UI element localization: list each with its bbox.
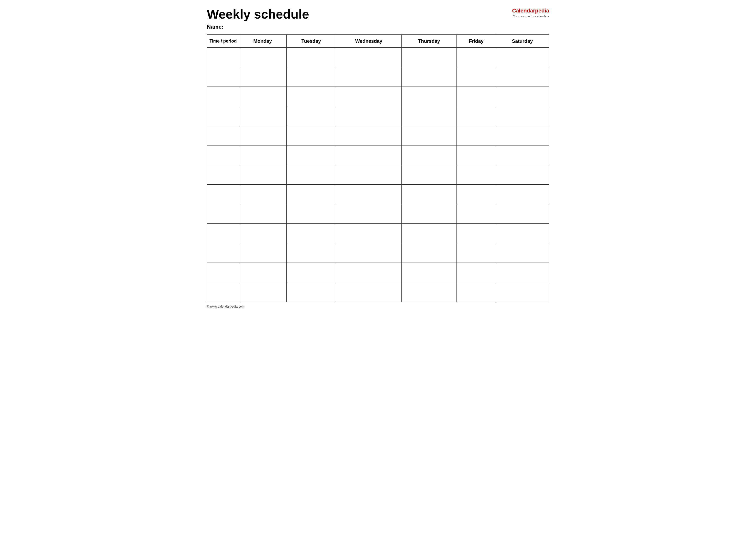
time-cell[interactable]: [207, 146, 239, 165]
time-cell[interactable]: [207, 48, 239, 67]
schedule-cell[interactable]: [496, 67, 549, 87]
schedule-cell[interactable]: [336, 165, 401, 184]
schedule-cell[interactable]: [286, 224, 336, 243]
schedule-cell[interactable]: [239, 126, 286, 146]
table-row: [207, 165, 549, 184]
schedule-cell[interactable]: [456, 67, 496, 87]
schedule-cell[interactable]: [401, 106, 456, 126]
table-row: [207, 204, 549, 224]
schedule-cell[interactable]: [239, 263, 286, 282]
schedule-cell[interactable]: [336, 146, 401, 165]
schedule-cell[interactable]: [286, 87, 336, 106]
table-row: [207, 184, 549, 204]
schedule-cell[interactable]: [286, 106, 336, 126]
schedule-cell[interactable]: [286, 243, 336, 263]
schedule-cell[interactable]: [239, 106, 286, 126]
schedule-cell[interactable]: [239, 146, 286, 165]
schedule-cell[interactable]: [496, 243, 549, 263]
schedule-cell[interactable]: [336, 243, 401, 263]
schedule-cell[interactable]: [401, 282, 456, 302]
schedule-cell[interactable]: [401, 146, 456, 165]
schedule-cell[interactable]: [401, 263, 456, 282]
schedule-cell[interactable]: [456, 146, 496, 165]
schedule-cell[interactable]: [401, 204, 456, 224]
time-cell[interactable]: [207, 282, 239, 302]
schedule-cell[interactable]: [336, 106, 401, 126]
schedule-cell[interactable]: [456, 165, 496, 184]
schedule-cell[interactable]: [401, 224, 456, 243]
schedule-cell[interactable]: [286, 67, 336, 87]
schedule-cell[interactable]: [286, 204, 336, 224]
schedule-cell[interactable]: [286, 184, 336, 204]
schedule-cell[interactable]: [401, 126, 456, 146]
schedule-cell[interactable]: [336, 87, 401, 106]
time-cell[interactable]: [207, 243, 239, 263]
schedule-cell[interactable]: [456, 224, 496, 243]
schedule-cell[interactable]: [239, 243, 286, 263]
schedule-cell[interactable]: [239, 282, 286, 302]
schedule-cell[interactable]: [286, 165, 336, 184]
time-cell[interactable]: [207, 87, 239, 106]
schedule-cell[interactable]: [239, 87, 286, 106]
schedule-cell[interactable]: [239, 204, 286, 224]
schedule-cell[interactable]: [496, 87, 549, 106]
table-row: [207, 282, 549, 302]
table-row: [207, 48, 549, 67]
schedule-cell[interactable]: [496, 146, 549, 165]
schedule-cell[interactable]: [336, 224, 401, 243]
schedule-cell[interactable]: [239, 165, 286, 184]
schedule-cell[interactable]: [496, 184, 549, 204]
schedule-cell[interactable]: [456, 106, 496, 126]
schedule-cell[interactable]: [239, 224, 286, 243]
time-cell[interactable]: [207, 126, 239, 146]
time-cell[interactable]: [207, 263, 239, 282]
schedule-cell[interactable]: [401, 165, 456, 184]
schedule-cell[interactable]: [456, 263, 496, 282]
schedule-cell[interactable]: [239, 67, 286, 87]
schedule-cell[interactable]: [401, 184, 456, 204]
schedule-cell[interactable]: [286, 146, 336, 165]
table-row: [207, 146, 549, 165]
time-cell[interactable]: [207, 106, 239, 126]
schedule-cell[interactable]: [456, 48, 496, 67]
schedule-cell[interactable]: [456, 87, 496, 106]
schedule-cell[interactable]: [401, 48, 456, 67]
schedule-cell[interactable]: [456, 204, 496, 224]
schedule-cell[interactable]: [336, 282, 401, 302]
schedule-cell[interactable]: [286, 282, 336, 302]
schedule-cell[interactable]: [456, 282, 496, 302]
schedule-cell[interactable]: [286, 263, 336, 282]
schedule-cell[interactable]: [496, 126, 549, 146]
schedule-cell[interactable]: [496, 263, 549, 282]
time-cell[interactable]: [207, 165, 239, 184]
schedule-cell[interactable]: [336, 263, 401, 282]
schedule-cell[interactable]: [496, 282, 549, 302]
schedule-cell[interactable]: [456, 184, 496, 204]
table-row: [207, 106, 549, 126]
header-row: Weekly schedule Calendarpedia Your sourc…: [207, 7, 549, 21]
schedule-cell[interactable]: [336, 204, 401, 224]
time-cell[interactable]: [207, 224, 239, 243]
schedule-cell[interactable]: [239, 48, 286, 67]
schedule-cell[interactable]: [401, 67, 456, 87]
schedule-cell[interactable]: [239, 184, 286, 204]
schedule-cell[interactable]: [456, 126, 496, 146]
schedule-cell[interactable]: [496, 204, 549, 224]
schedule-cell[interactable]: [401, 87, 456, 106]
schedule-cell[interactable]: [336, 67, 401, 87]
time-cell[interactable]: [207, 204, 239, 224]
schedule-cell[interactable]: [496, 224, 549, 243]
schedule-cell[interactable]: [401, 243, 456, 263]
schedule-cell[interactable]: [496, 106, 549, 126]
schedule-cell[interactable]: [286, 126, 336, 146]
schedule-cell[interactable]: [336, 126, 401, 146]
schedule-cell[interactable]: [456, 243, 496, 263]
schedule-cell[interactable]: [496, 48, 549, 67]
schedule-cell[interactable]: [496, 165, 549, 184]
schedule-cell[interactable]: [336, 48, 401, 67]
time-cell[interactable]: [207, 184, 239, 204]
time-cell[interactable]: [207, 67, 239, 87]
table-row: [207, 263, 549, 282]
schedule-cell[interactable]: [336, 184, 401, 204]
schedule-cell[interactable]: [286, 48, 336, 67]
